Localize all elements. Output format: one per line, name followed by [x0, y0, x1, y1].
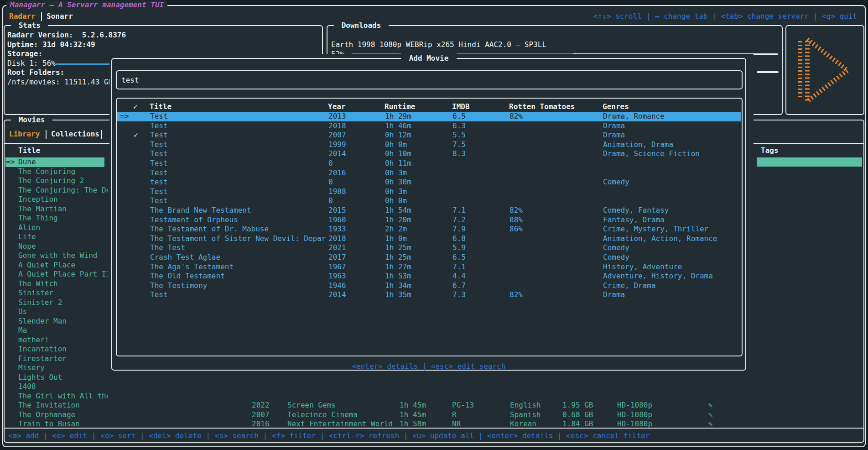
result-year-cell: 2016 — [328, 168, 346, 178]
result-year-cell: 1963 — [328, 272, 346, 281]
library-movie-row[interactable]: Slender Man — [5, 317, 108, 326]
movie-search-box — [116, 70, 743, 89]
result-genres-cell: Animation, Drama — [603, 140, 673, 150]
result-runtime-cell: 1h 46m — [385, 121, 411, 131]
result-imdb-cell: 8.3 — [452, 149, 466, 159]
movie-year-cell: 2007 — [252, 410, 270, 420]
add-movie-result-row[interactable]: Test20140h 10m8.3Drama, Science Fiction — [117, 149, 741, 159]
library-movie-row[interactable]: The Conjuring — [5, 167, 108, 177]
library-movie-row[interactable]: The Martian — [5, 204, 108, 214]
result-imdb-cell: 5.5 — [452, 131, 466, 140]
library-movie-row[interactable]: Inception — [5, 195, 108, 204]
library-movie-row[interactable]: mother! — [5, 335, 108, 345]
add-movie-result-row[interactable]: The Testimony19461h 34m6.7Crime, Drama — [117, 281, 741, 291]
selection-arrow-icon: => — [120, 112, 129, 121]
result-genres-cell: Drama, Romance — [603, 112, 665, 121]
library-movie-row[interactable]: The Conjuring: The De — [5, 186, 108, 195]
add-movie-result-row[interactable]: Testament of Orpheus19601h 20m7.288%Fant… — [117, 215, 741, 225]
add-movie-result-row[interactable]: Test20141h 35m7.382%Drama — [117, 290, 741, 300]
add-movie-result-row[interactable]: test00h 30mComedy — [117, 178, 741, 187]
result-runtime-cell: 0h 3m — [385, 187, 407, 197]
movie-title-cell: The Conjuring 2 — [18, 176, 84, 186]
library-movie-row[interactable]: Us — [5, 307, 108, 317]
add-movie-result-row[interactable]: =>Test20131h 29m6.582%Drama, Romance — [117, 112, 741, 121]
add-movie-result-row[interactable]: The Aga's Testament19671h 27m7.1History,… — [117, 262, 741, 272]
result-genres-cell: Comedy — [603, 243, 629, 253]
result-runtime-cell: 0h 3m — [385, 168, 407, 178]
library-movie-row[interactable]: A Quiet Place Part II — [5, 270, 108, 279]
library-movie-row[interactable]: 1408 — [5, 382, 108, 392]
result-year-cell: 1960 — [328, 215, 346, 225]
library-movie-row[interactable]: Firestarter — [5, 354, 108, 364]
add-movie-result-row[interactable]: The Test20211h 25m5.9Comedy — [117, 243, 741, 253]
movie-search-input[interactable] — [117, 71, 742, 89]
library-movie-row[interactable]: Nope — [5, 242, 108, 251]
result-title-cell: The Testament of Sister New Devil: Depar — [150, 234, 326, 244]
library-tab[interactable]: Library — [9, 130, 40, 138]
movie-title-cell: Us — [18, 307, 27, 317]
result-genres-cell: Drama — [603, 121, 625, 131]
add-movie-result-row[interactable]: Test20160h 3m — [117, 168, 741, 178]
result-title-cell: Test — [150, 196, 168, 206]
tab-sonarr[interactable]: Sonarr — [47, 12, 73, 21]
managarr-app-window: Managarr – A Servarr management TUI Rada… — [0, 0, 868, 450]
movie-year-cell: 2022 — [252, 401, 270, 410]
result-genres-cell: Animation, Action, Romance — [603, 234, 717, 244]
movie-title-cell: The Girl with All the — [18, 392, 108, 401]
download-progress-gauge-fragment — [757, 71, 779, 73]
result-rt-cell: 88% — [509, 215, 523, 225]
result-genres-cell: Adventure, History, Drama — [603, 272, 713, 281]
result-year-cell: 1933 — [328, 225, 346, 234]
results-column-header: Runtime — [385, 102, 415, 111]
add-movie-result-row[interactable]: The Testament of Sister New Devil: Depar… — [117, 234, 741, 244]
result-runtime-cell: 1h 29m — [385, 112, 411, 121]
movie-studio-cell: Telecinco Cinema — [287, 410, 358, 420]
result-title-cell: Test — [150, 187, 168, 197]
add-movie-result-row[interactable]: Test19880h 3m — [117, 187, 741, 197]
add-movie-result-row[interactable]: Test19990h 0m7.5Animation, Drama — [117, 140, 741, 150]
add-movie-result-row[interactable]: ✓Test20070h 12m5.5Drama — [117, 131, 741, 140]
add-movie-result-row[interactable]: Test00h 11m — [117, 159, 741, 168]
movie-title-cell: Slender Man — [18, 317, 67, 326]
add-movie-result-row[interactable]: Crash Test Aglae20171h 25m6.5Comedy — [117, 253, 741, 262]
add-movie-result-row[interactable]: The Brand New Testament20151h 54m7.182%C… — [117, 206, 741, 215]
movie-title-cell: A Quiet Place — [18, 261, 75, 270]
movie-quality-cell: HD-1080p — [617, 410, 652, 420]
library-movie-row[interactable]: The Girl with All the — [5, 392, 108, 401]
result-title-cell: The Old Testament — [150, 272, 225, 281]
result-imdb-cell: 6.5 — [452, 253, 466, 262]
library-movie-row[interactable]: Alien — [5, 223, 108, 233]
collections-tab[interactable]: Collections — [51, 130, 99, 138]
add-movie-result-row[interactable]: The Testament of Dr. Mabuse19332h 2m7.98… — [117, 225, 741, 234]
result-year-cell: 0 — [328, 178, 333, 187]
library-movie-row[interactable]: The Conjuring 2 — [5, 176, 108, 186]
library-movie-row[interactable]: The Witch — [5, 279, 108, 289]
library-movie-row[interactable]: The Thing — [5, 214, 108, 223]
result-year-cell: 1999 — [328, 140, 346, 150]
library-tab-separator — [46, 130, 47, 139]
movie-size-cell: 1.95 GB — [562, 401, 593, 410]
tags-column-header: Tags — [761, 146, 779, 155]
result-rt-cell: 82% — [509, 112, 523, 121]
library-movie-row[interactable]: Sinister 2 — [5, 298, 108, 308]
library-movie-row[interactable]: =>Dune — [5, 157, 104, 167]
library-movie-row[interactable]: Life — [5, 232, 108, 242]
library-movie-row[interactable]: Incantation — [5, 345, 108, 354]
library-table-row[interactable]: 2007Telecinco Cinema1h 45mRSpanish0.68 G… — [5, 410, 863, 420]
add-movie-modal: Add Movie ✓TitleYearRuntimeIMDBRotten To… — [111, 58, 746, 371]
library-movie-row[interactable]: Lights Out — [5, 373, 108, 382]
library-table-row[interactable]: 2022Screen Gems1h 45mPG-13English1.95 GB… — [5, 401, 863, 410]
result-genres-cell: Comedy — [603, 178, 629, 187]
library-movie-row[interactable]: Sinister — [5, 288, 108, 298]
movie-language-cell: English — [510, 401, 541, 410]
add-movie-result-row[interactable]: Test20181h 46m6.3Drama — [117, 121, 741, 131]
tab-radarr[interactable]: Radarr — [9, 12, 36, 21]
add-movie-result-row[interactable]: The Old Testament19631h 53m4.4Adventure,… — [117, 272, 741, 281]
add-movie-result-row[interactable]: Test00h 0m — [117, 196, 741, 206]
edit-pencil-icon: ✎ — [708, 410, 713, 420]
library-movie-row[interactable]: A Quiet Place — [5, 261, 108, 270]
library-movie-row[interactable]: Misery — [5, 363, 108, 373]
library-movie-row[interactable]: Gone with the Wind — [5, 251, 108, 261]
library-movie-row[interactable]: Ma — [5, 326, 108, 335]
download-item-title: Earth 1998 1080p WEBRip x265 Hindi AAC2.… — [331, 40, 546, 50]
